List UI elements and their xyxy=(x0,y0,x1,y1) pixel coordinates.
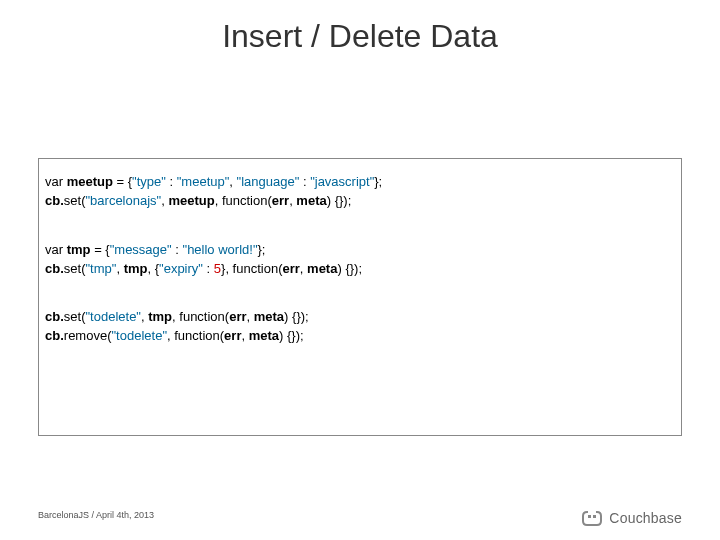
ident: tmp xyxy=(67,242,91,257)
fn: set xyxy=(64,193,81,208)
ident: tmp xyxy=(124,261,148,276)
str: "barcelonajs" xyxy=(85,193,161,208)
str: "tmp" xyxy=(85,261,116,276)
txt: ) {}); xyxy=(327,193,352,208)
obj: cb. xyxy=(45,328,64,343)
str: "todelete" xyxy=(85,309,141,324)
brand-logo: Couchbase xyxy=(581,510,682,526)
txt: }, function( xyxy=(221,261,282,276)
str: "javascript" xyxy=(310,174,374,189)
str: "hello world!" xyxy=(183,242,258,257)
txt: , function( xyxy=(215,193,272,208)
str: "todelete" xyxy=(112,328,168,343)
str: "meetup" xyxy=(177,174,230,189)
kw: var xyxy=(45,242,67,257)
param: meta xyxy=(307,261,337,276)
svg-rect-2 xyxy=(593,515,596,518)
txt: , xyxy=(241,328,248,343)
svg-rect-1 xyxy=(588,515,591,518)
txt: , { xyxy=(147,261,159,276)
txt: , xyxy=(116,261,123,276)
code-line: var tmp = {"message" : "hello world!"}; xyxy=(45,241,673,260)
txt: ) {}); xyxy=(284,309,309,324)
num: 5 xyxy=(214,261,221,276)
slide-title: Insert / Delete Data xyxy=(0,18,720,55)
txt: , function( xyxy=(167,328,224,343)
code-line: cb.set("barcelonajs", meetup, function(e… xyxy=(45,192,673,211)
code-line: var meetup = {"type" : "meetup", "langua… xyxy=(45,173,673,192)
txt: : xyxy=(299,174,310,189)
couchbase-icon xyxy=(581,510,603,526)
txt: : xyxy=(166,174,177,189)
txt: , function( xyxy=(172,309,229,324)
str: "expiry" xyxy=(159,261,203,276)
ident: tmp xyxy=(148,309,172,324)
code-block-2: var tmp = {"message" : "hello world!"}; … xyxy=(45,241,673,279)
fn: set xyxy=(64,309,81,324)
txt: : xyxy=(203,261,214,276)
obj: cb. xyxy=(45,261,64,276)
footer-text: BarcelonaJS / April 4th, 2013 xyxy=(38,510,154,520)
param: err xyxy=(224,328,241,343)
brand-name: Couchbase xyxy=(609,510,682,526)
code-line: cb.set("todelete", tmp, function(err, me… xyxy=(45,308,673,327)
str: "language" xyxy=(237,174,300,189)
txt: ) {}); xyxy=(279,328,304,343)
txt: : xyxy=(172,242,183,257)
obj: cb. xyxy=(45,193,64,208)
txt: }; xyxy=(374,174,382,189)
kw: var xyxy=(45,174,67,189)
ident: meetup xyxy=(67,174,113,189)
fn: remove xyxy=(64,328,107,343)
str: "type" xyxy=(132,174,166,189)
txt: }; xyxy=(258,242,266,257)
txt: = { xyxy=(91,242,110,257)
obj: cb. xyxy=(45,309,64,324)
ident: meetup xyxy=(168,193,214,208)
param: err xyxy=(282,261,299,276)
code-block-3: cb.set("todelete", tmp, function(err, me… xyxy=(45,308,673,346)
code-box: var meetup = {"type" : "meetup", "langua… xyxy=(38,158,682,436)
txt: ) {}); xyxy=(337,261,362,276)
str: "message" xyxy=(110,242,172,257)
txt: , xyxy=(229,174,236,189)
param: meta xyxy=(296,193,326,208)
txt: , xyxy=(247,309,254,324)
txt: = { xyxy=(113,174,132,189)
param: meta xyxy=(249,328,279,343)
code-line: cb.set("tmp", tmp, {"expiry" : 5}, funct… xyxy=(45,260,673,279)
code-line: cb.remove("todelete", function(err, meta… xyxy=(45,327,673,346)
param: err xyxy=(229,309,246,324)
param: err xyxy=(272,193,289,208)
txt: , xyxy=(300,261,307,276)
code-block-1: var meetup = {"type" : "meetup", "langua… xyxy=(45,173,673,211)
fn: set xyxy=(64,261,81,276)
param: meta xyxy=(254,309,284,324)
